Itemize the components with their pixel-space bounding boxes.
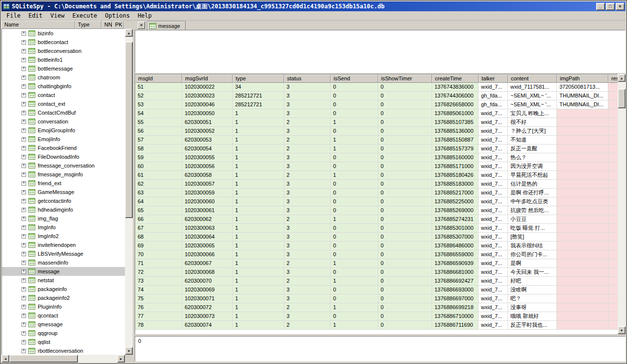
grid-cell-createTime[interactable]: 1376885274231 [432,215,479,224]
grid-vscrollbar[interactable]: ▲ ▼ [618,74,626,334]
grid-cell-imgPath[interactable]: THUMBNAIL_DI... [557,92,608,100]
grid-cell-status[interactable]: 3 [284,180,331,189]
grid-cell-imgPath[interactable] [557,277,608,286]
table-row[interactable]: 5762030005312101376885150887wxid_7...不知道 [135,136,618,145]
expand-plus-icon[interactable]: + [22,181,26,186]
grid-cell-talker[interactable]: wxid_7... [479,197,508,206]
grid-cell-msgId[interactable]: 77 [135,312,182,321]
tree-vscroll-track[interactable] [125,37,133,347]
grid-cell-createTime[interactable]: 1376885150887 [432,136,479,145]
tree-item-massendinfo[interactable]: +massendinfo [2,258,125,267]
grid-cell-status[interactable]: 2 [284,303,331,312]
grid-cell-msgId[interactable]: 59 [135,153,182,162]
grid-cell-reserve[interactable] [608,206,618,215]
grid-cell-msgSvrId[interactable]: 620300074 [182,321,233,330]
grid-cell-isShowTimer[interactable]: 0 [378,215,432,224]
grid-cell-type[interactable]: 1 [233,153,284,162]
grid-cell-msgSvrId[interactable]: 620300072 [182,303,233,312]
grid-cell-msgSvrId[interactable]: 1020300071 [182,294,233,303]
grid-cell-content[interactable]: 很不好 [508,118,557,127]
grid-cell-reserve[interactable] [608,224,618,233]
tree-hscroll-track[interactable] [9,355,117,363]
expand-plus-icon[interactable]: + [22,40,26,45]
tab-message[interactable]: message [147,21,186,30]
grid-cell-isSend[interactable]: 1 [331,171,378,180]
grid-cell-content[interactable]: 好吧 [508,277,557,286]
tree-item-qcontact[interactable]: +qcontact [2,311,125,320]
table-row[interactable]: 5210203000232852127213001376744306000gh_… [135,92,618,100]
grid-column-msgId[interactable]: msgId [135,74,182,83]
grid-scroll-up-icon[interactable]: ▲ [618,74,626,82]
grid-cell-imgPath[interactable] [557,224,608,233]
grid-cell-msgId[interactable]: 52 [135,92,182,100]
grid-cell-createTime[interactable]: 1376885307000 [432,233,479,242]
grid-cell-type[interactable]: 1 [233,206,284,215]
expand-plus-icon[interactable]: + [22,102,26,106]
grid-cell-isSend[interactable]: 1 [331,136,378,145]
grid-cell-msgSvrId[interactable]: 1020300069 [182,286,233,294]
tree-item-ImgInfo2[interactable]: +ImgInfo2 [2,232,125,241]
grid-cell-isShowTimer[interactable]: 0 [378,83,432,92]
table-row[interactable]: 68102030006413001376885307000wxid_7...[憨… [135,233,618,242]
tree-item-bottlecontact[interactable]: +bottlecontact [2,38,125,47]
grid-cell-isShowTimer[interactable]: 0 [378,206,432,215]
grid-cell-msgSvrId[interactable]: 1020300073 [182,312,233,321]
close-tab-button[interactable]: ✕ [138,22,145,29]
grid-cell-reserve[interactable] [608,259,618,268]
grid-cell-isShowTimer[interactable]: 0 [378,162,432,171]
tree-item-bottleconversation[interactable]: +bottleconversation [2,47,125,55]
tree-item-chatroom[interactable]: +chatroom [2,73,125,82]
grid-cell-isShowTimer[interactable]: 0 [378,303,432,312]
menu-edit[interactable]: Edit [24,11,47,20]
grid-cell-content[interactable]: 哦哦 那就好 [508,312,557,321]
grid-cell-talker[interactable]: wxid_7... [479,109,508,118]
grid-cell-status[interactable]: 3 [284,189,331,197]
grid-cell-msgSvrId[interactable]: 620300070 [182,277,233,286]
expand-plus-icon[interactable]: + [22,269,26,274]
grid-vscroll-thumb[interactable] [618,89,626,108]
grid-cell-talker[interactable]: wxid_7... [479,127,508,136]
grid-cell-reserve[interactable] [608,180,618,189]
grid-cell-msgSvrId[interactable]: 1020300068 [182,268,233,277]
grid-column-content[interactable]: content [508,74,557,83]
grid-cell-msgSvrId[interactable]: 1020300061 [182,206,233,215]
menu-view[interactable]: View [47,11,69,20]
tree-item-packageinfo2[interactable]: +packageinfo2 [2,293,125,302]
grid-cell-type[interactable]: 1 [233,171,284,180]
grid-cell-status[interactable]: 2 [284,136,331,145]
tree-item-contact[interactable]: +contact [2,91,125,99]
grid-cell-content[interactable]: 估计是热的 [508,180,557,189]
expand-plus-icon[interactable]: + [22,137,26,142]
grid-cell-msgSvrId[interactable]: 620300054 [182,145,233,153]
tree-item-ContactCmdBuf[interactable]: +ContactCmdBuf [2,108,125,117]
grid-cell-reserve[interactable] [608,268,618,277]
grid-cell-type[interactable]: 1 [233,224,284,233]
tree-item-packageinfo[interactable]: +packageinfo [2,285,125,293]
grid-cell-imgPath[interactable] [557,145,608,153]
grid-cell-msgSvrId[interactable]: 1020300060 [182,197,233,206]
grid-cell-reserve[interactable] [608,83,618,92]
grid-cell-type[interactable]: 1 [233,233,284,242]
grid-cell-createTime[interactable]: 1376743836000 [432,83,479,92]
grid-cell-msgSvrId[interactable]: 1020300056 [182,162,233,171]
grid-cell-createTime[interactable]: 1376885180426 [432,171,479,180]
grid-cell-content[interactable]: 因为没开空调 [508,162,557,171]
grid-cell-type[interactable]: 1 [233,294,284,303]
grid-cell-type[interactable]: 1 [233,189,284,197]
expand-plus-icon[interactable]: + [22,67,26,71]
grid-cell-isShowTimer[interactable]: 0 [378,224,432,233]
grid-cell-isShowTimer[interactable]: 0 [378,100,432,109]
grid-cell-type[interactable]: 34 [233,83,284,92]
expand-plus-icon[interactable]: + [22,58,26,62]
grid-cell-status[interactable]: 2 [284,215,331,224]
grid-cell-imgPath[interactable] [557,286,608,294]
grid-cell-status[interactable]: 3 [284,83,331,92]
tree-item-ImgInfo[interactable]: +ImgInfo [2,223,125,232]
grid-cell-status[interactable]: 3 [284,100,331,109]
expand-plus-icon[interactable]: + [22,190,26,194]
tree-item-rbottleconversation[interactable]: +rbottleconversation [2,346,125,355]
grid-cell-msgId[interactable]: 65 [135,206,182,215]
grid-cell-status[interactable]: 2 [284,259,331,268]
grid-cell-content[interactable]: 反正平时我也... [508,321,557,330]
grid-cell-isSend[interactable]: 0 [331,250,378,259]
